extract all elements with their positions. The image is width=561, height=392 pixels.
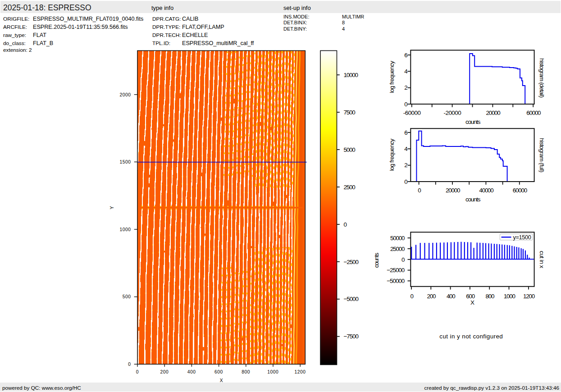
svg-text:log frequency: log frequency [388, 61, 395, 93]
svg-text:0: 0 [401, 256, 405, 263]
svg-text:log frequency: log frequency [388, 139, 395, 171]
svg-text:800: 800 [242, 369, 250, 374]
svg-text:600: 600 [466, 293, 474, 300]
svg-text:400: 400 [187, 369, 196, 374]
svg-text:6: 6 [404, 52, 407, 59]
svg-text:25000: 25000 [390, 246, 405, 252]
svg-text:0: 0 [136, 369, 139, 374]
svg-text:400: 400 [447, 293, 455, 300]
svg-text:2: 2 [404, 162, 407, 169]
svg-text:800: 800 [486, 293, 494, 300]
svg-text:counts: counts [465, 196, 481, 203]
svg-text:counts: counts [374, 253, 380, 268]
svg-text:2000: 2000 [119, 92, 131, 97]
svg-text:histogram (detail): histogram (detail) [538, 58, 545, 97]
svg-text:0: 0 [344, 221, 347, 228]
svg-text:50000: 50000 [390, 235, 405, 242]
svg-text:−50000: −50000 [387, 278, 404, 284]
svg-text:X: X [470, 299, 474, 306]
svg-text:10000: 10000 [344, 72, 358, 78]
svg-text:−2500: −2500 [344, 259, 359, 265]
svg-text:histogram (full): histogram (full) [538, 138, 545, 172]
svg-text:200: 200 [160, 369, 169, 374]
svg-text:6: 6 [404, 129, 407, 136]
svg-text:1000: 1000 [267, 369, 278, 374]
svg-text:counts: counts [465, 119, 481, 125]
svg-text:60000: 60000 [526, 109, 541, 116]
svg-text:600: 600 [214, 369, 223, 374]
svg-text:7500: 7500 [344, 109, 356, 116]
svg-text:-20000: -20000 [444, 109, 461, 116]
svg-text:Y: Y [109, 206, 114, 209]
svg-text:0: 0 [418, 187, 421, 194]
svg-text:-60000: -60000 [403, 109, 421, 116]
svg-text:−5000: −5000 [344, 296, 359, 302]
svg-text:0: 0 [404, 178, 407, 185]
svg-text:4: 4 [404, 68, 408, 75]
svg-text:2500: 2500 [344, 184, 356, 191]
svg-text:500: 500 [123, 294, 131, 299]
svg-text:1200: 1200 [523, 293, 535, 300]
svg-text:−25000: −25000 [387, 267, 404, 273]
svg-text:4: 4 [404, 146, 408, 152]
svg-text:−7500: −7500 [344, 333, 359, 340]
svg-text:0: 0 [404, 101, 407, 108]
svg-text:60000: 60000 [513, 187, 527, 194]
svg-text:20000: 20000 [446, 187, 460, 194]
svg-text:0: 0 [128, 362, 131, 367]
svg-text:20000: 20000 [486, 109, 500, 116]
svg-text:5000: 5000 [344, 146, 356, 153]
svg-text:cut in x: cut in x [538, 251, 545, 269]
svg-text:1500: 1500 [119, 160, 131, 164]
svg-text:0: 0 [410, 293, 414, 300]
svg-text:1200: 1200 [294, 369, 306, 374]
svg-text:2: 2 [404, 84, 407, 91]
svg-text:40000: 40000 [479, 187, 493, 194]
svg-text:cut in y not configured: cut in y not configured [439, 333, 503, 340]
svg-text:y=1500: y=1500 [513, 234, 531, 241]
svg-text:1000: 1000 [119, 227, 131, 232]
svg-text:1000: 1000 [504, 293, 515, 300]
svg-text:200: 200 [427, 293, 436, 300]
